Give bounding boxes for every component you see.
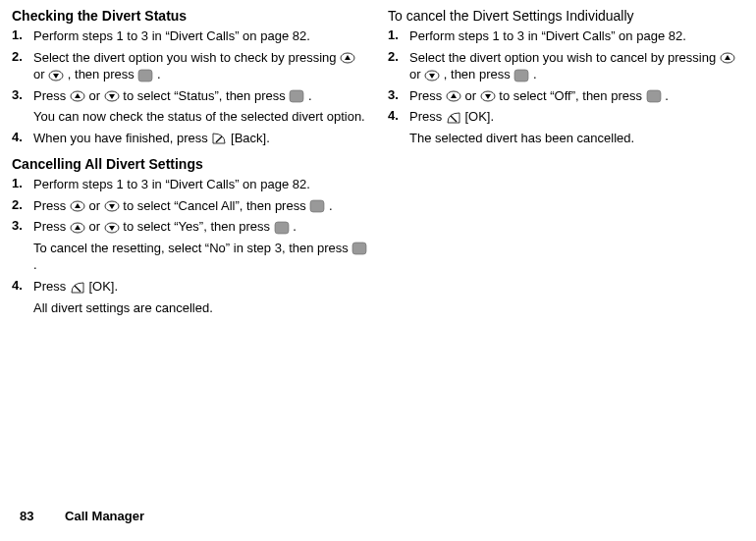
step-number: 1. <box>12 176 33 190</box>
step: 2. Select the divert option you wish to … <box>388 49 744 83</box>
text-fragment: [OK]. <box>88 279 118 294</box>
text-fragment: Press <box>33 88 70 103</box>
step: 2. Select the divert option you wish to … <box>12 49 368 83</box>
svg-marker-27 <box>451 93 457 98</box>
left-column: Checking the Divert Status 1. Perform st… <box>12 8 368 320</box>
center-key-icon <box>289 89 304 103</box>
softkey-right-icon <box>211 132 227 145</box>
down-icon <box>104 222 120 234</box>
step-number: 1. <box>388 27 409 42</box>
step-number: 2. <box>12 197 33 212</box>
step: 1. Perform steps 1 to 3 in “Divert Calls… <box>12 176 368 193</box>
text-fragment: or <box>88 198 103 213</box>
text-fragment: . <box>308 88 312 103</box>
text-fragment: Press <box>409 88 446 103</box>
step-number: 4. <box>388 108 409 123</box>
step-note: To cancel the resetting, select “No” in … <box>33 240 368 274</box>
softkey-left-icon <box>70 281 85 295</box>
step: 2. Press or to select “Cancel All”, then… <box>12 197 368 215</box>
text-fragment: . <box>33 257 37 272</box>
svg-marker-1 <box>345 55 351 60</box>
page-number: 83 <box>20 509 33 523</box>
text-fragment: or <box>88 219 103 234</box>
svg-rect-20 <box>352 243 366 254</box>
step-text: When you have finished, press [Back]. <box>33 130 368 147</box>
center-key-icon <box>137 69 153 82</box>
text-fragment: . <box>293 219 297 234</box>
step-note: The selected divert has been cancelled. <box>409 130 744 147</box>
up-icon <box>446 90 461 102</box>
center-key-icon <box>646 89 662 103</box>
heading-cancel-individually: To cancel the Divert Settings Individual… <box>388 8 744 24</box>
heading-cancel-all: Cancelling All Divert Settings <box>12 156 368 172</box>
up-icon <box>720 52 735 64</box>
text-fragment: [Back]. <box>231 131 270 145</box>
text-fragment: . <box>533 67 537 81</box>
svg-marker-3 <box>53 74 59 79</box>
step-text: Press or to select “Yes”, then press . <box>33 218 368 236</box>
text-fragment: to select “Cancel All”, then press <box>123 198 309 213</box>
down-icon <box>104 200 120 212</box>
svg-rect-4 <box>138 70 152 81</box>
down-icon <box>424 70 440 81</box>
page-content: Checking the Divert Status 1. Perform st… <box>0 0 756 320</box>
footer-title: Call Manager <box>65 509 144 523</box>
svg-rect-9 <box>290 90 303 102</box>
text-fragment: or <box>464 88 479 103</box>
step: 1. Perform steps 1 to 3 in “Divert Calls… <box>12 27 368 45</box>
step-number: 4. <box>12 130 33 144</box>
svg-marker-22 <box>725 55 730 60</box>
step: 1. Perform steps 1 to 3 in “Divert Calls… <box>388 27 744 45</box>
center-key-icon <box>513 69 529 82</box>
down-icon <box>104 90 120 102</box>
step-text: Press [OK]. <box>33 278 368 296</box>
step: 3. Press or to select “Yes”, then press … <box>12 218 368 236</box>
up-icon <box>340 52 355 64</box>
svg-marker-18 <box>109 226 115 231</box>
step-text: Press or to select “Status”, then press … <box>33 87 368 105</box>
text-fragment: [OK]. <box>464 109 494 124</box>
step-text: Perform steps 1 to 3 in “Divert Calls” o… <box>33 176 368 193</box>
step-text: Select the divert option you wish to can… <box>409 49 744 83</box>
page-footer: 83 Call Manager <box>20 509 144 523</box>
step-note: All divert settings are cancelled. <box>33 299 368 317</box>
softkey-left-icon <box>446 111 461 125</box>
down-icon <box>480 90 496 102</box>
text-fragment: Press <box>33 279 70 294</box>
svg-marker-29 <box>485 94 491 99</box>
text-fragment: or <box>33 67 48 81</box>
step-text: Press or to select “Cancel All”, then pr… <box>33 197 368 215</box>
heading-checking-divert: Checking the Divert Status <box>12 8 368 24</box>
svg-marker-16 <box>75 225 81 230</box>
svg-marker-8 <box>109 94 115 99</box>
svg-marker-13 <box>109 204 115 209</box>
text-fragment: . <box>665 88 669 103</box>
text-fragment: or <box>88 88 103 103</box>
step-note: You can now check the status of the sele… <box>33 108 368 126</box>
svg-rect-14 <box>310 200 324 212</box>
svg-marker-11 <box>75 203 81 208</box>
step-number: 3. <box>388 87 409 102</box>
step-number: 3. <box>12 218 33 233</box>
step-number: 2. <box>12 49 33 64</box>
text-fragment: to select “Off”, then press <box>499 88 645 103</box>
step: 3. Press or to select “Off”, then press … <box>388 87 744 105</box>
step-text: Select the divert option you wish to che… <box>33 49 368 83</box>
step-text: Press or to select “Off”, then press . <box>409 87 744 105</box>
text-fragment: . <box>329 198 333 213</box>
svg-rect-30 <box>647 90 661 102</box>
text-fragment: Press <box>409 109 446 124</box>
text-fragment: , then press <box>444 67 514 81</box>
step-number: 2. <box>388 49 409 64</box>
text-fragment: Select the divert option you wish to che… <box>33 50 340 65</box>
down-icon <box>48 70 64 81</box>
step: 3. Press or to select “Status”, then pre… <box>12 87 368 105</box>
svg-marker-6 <box>75 93 81 98</box>
text-fragment: , then press <box>68 67 138 81</box>
step: 4. Press [OK]. <box>388 108 744 126</box>
step-number: 1. <box>12 27 33 42</box>
text-fragment: Press <box>33 219 70 234</box>
step: 4. When you have finished, press [Back]. <box>12 130 368 147</box>
step-text: Perform steps 1 to 3 in “Divert Calls” o… <box>409 27 744 45</box>
up-icon <box>70 200 85 212</box>
